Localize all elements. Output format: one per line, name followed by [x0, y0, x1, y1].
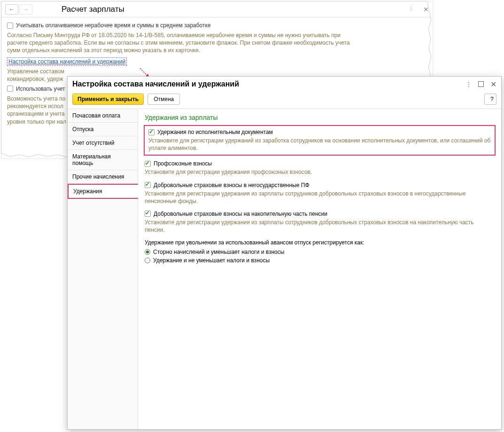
modal-body: Почасовая оплата Отпуска Учет отсутствий… — [68, 109, 501, 429]
radio-label: Удержание и не уменьшает налоги и взносы — [153, 257, 270, 264]
checkbox-voluntary-pf[interactable] — [145, 182, 151, 188]
tab-other-accruals[interactable]: Прочие начисления — [68, 170, 138, 184]
tab-content: Удержания из зарплаты Удержания по испол… — [138, 109, 501, 429]
cancel-button[interactable]: Отмена — [147, 94, 180, 105]
tab-vacations[interactable]: Отпуска — [68, 123, 138, 136]
help-button[interactable]: ? — [484, 94, 496, 105]
checkbox-label: Удержания по исполнительным документам — [157, 129, 273, 135]
truncated-text: рекомендуется испол — [7, 103, 63, 110]
radio-label: Сторно начислений и уменьшает налоги и в… — [153, 249, 284, 255]
close-icon[interactable]: ✕ — [490, 80, 496, 89]
truncated-text: Управление составом — [7, 68, 64, 75]
setting-description: Установите для регистрации удержания из … — [145, 190, 495, 205]
tab-list: Почасовая оплата Отпуска Учет отсутствий… — [68, 109, 138, 429]
truncated-text: командировок, удерж — [7, 76, 63, 82]
setting-voluntary-pension: Добровольные страховые взносы на накопит… — [145, 211, 495, 234]
radio-group-title: Удержание при увольнении за использованн… — [145, 239, 495, 246]
settings-modal: Настройка состава начислений и удержаний… — [67, 76, 502, 430]
checkbox-label: Добровольные страховые взносы на накопит… — [154, 211, 327, 217]
close-icon[interactable]: ✕ — [423, 6, 429, 13]
modal-header: Настройка состава начислений и удержаний… — [68, 77, 501, 92]
modal-title: Настройка состава начислений и удержаний — [72, 80, 239, 88]
truncated-text: Возможность учета по — [7, 95, 65, 102]
checkbox-union-fees[interactable] — [145, 161, 151, 167]
truncated-text: организациям и унита — [7, 110, 65, 117]
checkbox-label: Добровольные страховые взносы в негосуда… — [154, 182, 310, 189]
radio-storno[interactable] — [145, 249, 150, 255]
content-title: Удержания из зарплаты — [145, 114, 495, 121]
page-title: Расчет зарплаты — [62, 5, 124, 14]
modal-toolbar: Применить и закрыть Отмена ? — [68, 92, 501, 109]
maximize-icon[interactable] — [478, 81, 484, 87]
checkbox-nonworking-time[interactable] — [7, 23, 13, 29]
tab-absences[interactable]: Учет отсутствий — [68, 136, 138, 150]
info-paragraph: Согласно Письму Минтруда РФ от 18.05.202… — [7, 31, 355, 55]
setting-description: Установите для регистрации удержания из … — [145, 219, 495, 234]
kebab-menu-icon[interactable]: ⋮ — [466, 81, 472, 87]
checkbox-label: Учитывать оплачиваемое нерабочее время и… — [16, 22, 211, 29]
apply-close-button[interactable]: Применить и закрыть — [72, 94, 144, 105]
checkbox-label: Использовать учет — [16, 86, 65, 92]
setting-description: Установите для регистрации удержаний из … — [148, 137, 491, 152]
settings-link[interactable]: Настройка состава начислений и удержаний — [7, 57, 127, 66]
nav-back-button[interactable]: ← — [5, 4, 18, 15]
nav-forward-button[interactable]: → — [19, 4, 32, 15]
checkbox-accounting[interactable] — [7, 86, 13, 92]
tab-material-aid[interactable]: Материальная помощь — [68, 150, 138, 170]
checkbox-label: Профсоюзные взносы — [154, 160, 212, 167]
setting-description: Установите для регистрации удержания про… — [145, 168, 495, 176]
setting-executory-docs: Удержания по исполнительным документам У… — [144, 125, 496, 156]
tab-hourly-pay[interactable]: Почасовая оплата — [68, 109, 138, 123]
setting-union-fees: Профсоюзные взносы Установите для регист… — [145, 160, 495, 176]
kebab-menu-icon[interactable]: ⋮ — [408, 6, 414, 12]
setting-voluntary-pf: Добровольные страховые взносы в негосуда… — [145, 182, 495, 205]
checkbox-voluntary-pension[interactable] — [145, 211, 151, 217]
checkbox-executory-docs[interactable] — [148, 129, 155, 135]
truncated-text: уровня только при нал — [7, 118, 66, 125]
tab-deductions[interactable]: Удержания — [68, 184, 138, 199]
bg-header: ← → Расчет зарплаты ⋮ ✕ — [1, 1, 433, 17]
radio-deduction[interactable] — [145, 258, 150, 263]
